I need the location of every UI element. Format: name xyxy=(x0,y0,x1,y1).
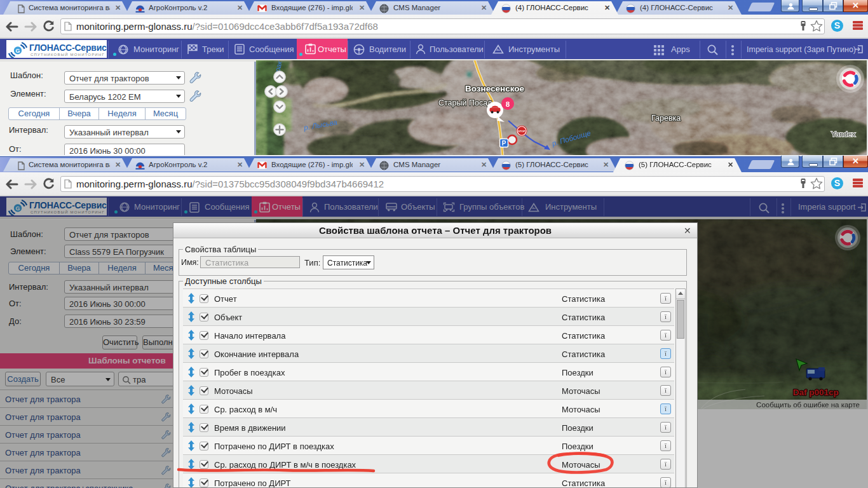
svg-text:P: P xyxy=(502,140,506,147)
svg-text:Yandex: Yandex xyxy=(831,130,855,138)
svg-text:Гаревка: Гаревка xyxy=(651,114,681,123)
svg-text:8: 8 xyxy=(506,100,510,108)
svg-text:G: G xyxy=(16,48,20,54)
svg-text:Старый Посад: Старый Посад xyxy=(438,98,492,107)
svg-text:Вознесенское: Вознесенское xyxy=(465,84,525,93)
svg-text:STOP: STOP xyxy=(518,130,526,133)
